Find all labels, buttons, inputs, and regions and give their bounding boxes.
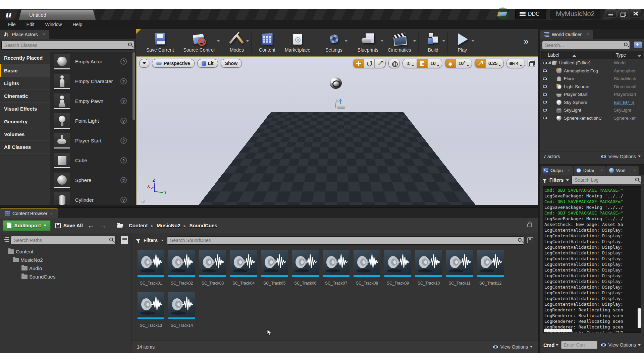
menu-item[interactable]: Window xyxy=(41,21,67,28)
search-classes-input[interactable] xyxy=(2,41,134,49)
asset-tile[interactable]: SC_Track12 xyxy=(477,250,504,286)
menu-item[interactable]: File xyxy=(3,21,20,28)
add-import-button[interactable]: Add/Import xyxy=(3,220,51,231)
folder-row[interactable]: SoundCues xyxy=(0,273,131,281)
folder-row[interactable]: MusicNo2 xyxy=(0,256,131,264)
panel-tab[interactable]: Outpu ✕ xyxy=(541,166,573,175)
tab-content-browser[interactable]: Content Browser ✕ xyxy=(0,208,58,218)
tab-place-actors[interactable]: Place Actors ✕ xyxy=(0,30,49,39)
expand-arrow-icon[interactable] xyxy=(548,61,552,65)
asset-tile[interactable]: SC_Track13 xyxy=(138,292,164,328)
cmd-dropdown[interactable]: Cmd xyxy=(543,342,558,348)
asset-tile[interactable]: SC_Track04 xyxy=(230,250,257,286)
asset-tile[interactable]: SC_Track03 xyxy=(199,250,226,286)
folder-row[interactable]: Content xyxy=(0,247,131,256)
scale-tool-button[interactable] xyxy=(375,59,385,68)
placeable-actor-row[interactable]: Empty Character ? xyxy=(50,71,136,91)
viewport-reflection-sphere[interactable] xyxy=(330,77,342,89)
close-tab-icon[interactable]: ✕ xyxy=(50,212,53,216)
close-tab-icon[interactable]: ✕ xyxy=(586,32,589,37)
toolbar-button[interactable]: Source Control xyxy=(178,31,219,54)
category-item[interactable]: All Classes xyxy=(0,141,50,154)
toolbar-overflow-button[interactable]: » xyxy=(524,36,529,47)
visibility-eye-icon[interactable] xyxy=(542,69,547,73)
outliner-row[interactable]: Atmospheric Fog Atmospher xyxy=(541,67,643,75)
scale-snap-toggle[interactable] xyxy=(475,59,486,68)
outliner-search-input[interactable] xyxy=(542,41,630,49)
toolbar-button[interactable]: Blueprints xyxy=(353,31,383,54)
asset-tile[interactable]: SC_Track08 xyxy=(354,250,380,286)
asset-tile[interactable]: SC_Track09 xyxy=(384,250,411,286)
breadcrumb-item[interactable]: Content xyxy=(129,223,153,228)
toolbar-button[interactable]: Content xyxy=(254,31,280,54)
category-item[interactable]: Cinematic xyxy=(0,90,50,103)
asset-tile[interactable]: SC_Track06 xyxy=(292,250,319,286)
close-tab-icon[interactable]: ✕ xyxy=(633,169,636,172)
placeable-actor-row[interactable]: Empty Pawn ? xyxy=(50,91,136,111)
toolbar-button[interactable]: Settings xyxy=(321,31,347,54)
help-icon[interactable]: ? xyxy=(120,58,127,65)
search-assets-input[interactable] xyxy=(167,237,524,244)
outliner-row[interactable]: Untitled (Editor) World xyxy=(541,59,643,67)
rotate-tool-button[interactable] xyxy=(364,59,375,68)
help-icon[interactable]: ? xyxy=(120,118,127,124)
visibility-eye-icon[interactable] xyxy=(542,77,547,80)
placeable-actor-row[interactable]: Sphere ? xyxy=(50,170,136,190)
category-item[interactable]: Volumes xyxy=(0,128,50,141)
placeable-actor-row[interactable]: Cylinder ? xyxy=(50,190,136,205)
placeable-actor-row[interactable]: Cube ? xyxy=(50,150,136,170)
help-icon[interactable]: ? xyxy=(120,137,127,144)
filters-button[interactable]: Filters xyxy=(144,238,158,243)
visibility-eye-icon[interactable] xyxy=(542,116,547,120)
forward-button[interactable]: → xyxy=(100,222,107,229)
restore-button[interactable] xyxy=(618,9,629,17)
sources-toggle-icon[interactable] xyxy=(3,237,9,242)
toolbar-button[interactable]: Marketplace xyxy=(280,31,315,54)
world-space-button[interactable] xyxy=(389,59,399,68)
rotation-snap-toggle[interactable] xyxy=(445,59,456,68)
placeable-actor-row[interactable]: Player Start ? xyxy=(50,131,136,150)
panel-tab[interactable]: Detai ✕ xyxy=(574,166,606,175)
new-folder-button[interactable] xyxy=(634,42,642,48)
category-item[interactable]: Visual Effects xyxy=(0,103,50,115)
close-button[interactable] xyxy=(630,9,641,17)
category-item[interactable]: Basic xyxy=(0,64,50,77)
asset-tile[interactable]: SC_Track02 xyxy=(168,250,195,286)
save-all-button[interactable]: Save All xyxy=(55,223,83,228)
column-label[interactable]: Label xyxy=(542,52,613,58)
help-icon[interactable]: ? xyxy=(120,157,127,164)
camera-speed-button[interactable]: 4 xyxy=(507,59,525,68)
asset-tile[interactable]: SC_Track01 xyxy=(138,250,164,286)
visibility-eye-icon[interactable] xyxy=(542,61,547,65)
help-icon[interactable]: ? xyxy=(120,98,127,104)
grid-snap-toggle[interactable] xyxy=(417,59,428,68)
tutorial-icon[interactable] xyxy=(496,7,510,21)
help-icon[interactable]: ? xyxy=(120,177,127,183)
level-tab[interactable]: Untitled xyxy=(19,9,96,20)
toolbar-button[interactable]: Modes xyxy=(225,31,249,54)
grid-snap-value[interactable]: 10 xyxy=(428,59,442,68)
lit-button[interactable]: Lit xyxy=(197,59,218,68)
outliner-row[interactable]: SphereReflectionC SphereRefl xyxy=(541,114,643,122)
outliner-row[interactable]: Sky Sphere Edit BP_S xyxy=(541,99,643,107)
show-button[interactable]: Show xyxy=(221,59,242,68)
maximize-viewport-button[interactable] xyxy=(528,60,535,67)
toolbar-button[interactable]: Save Current xyxy=(142,31,178,54)
asset-tile[interactable]: SC_Track07 xyxy=(323,250,350,286)
surface-snap-button[interactable] xyxy=(403,59,417,68)
asset-tile[interactable]: SC_Track11 xyxy=(446,250,473,286)
help-icon[interactable]: ? xyxy=(120,78,127,84)
close-tab-icon[interactable]: ✕ xyxy=(568,169,570,172)
toolbar-button[interactable]: Play xyxy=(450,31,474,54)
path-view-button[interactable] xyxy=(121,236,128,244)
folder-row[interactable]: Audio xyxy=(0,264,131,273)
outliner-row[interactable]: SkyLight SkyLight xyxy=(541,106,643,114)
menu-item[interactable]: Edit xyxy=(22,21,39,28)
breadcrumb-item[interactable]: SoundCues xyxy=(189,223,217,228)
log-view-options[interactable]: View Options xyxy=(601,342,641,348)
perspective-button[interactable]: Perspective xyxy=(152,59,195,68)
placeable-actor-row[interactable]: Point Light ? xyxy=(50,111,136,131)
category-item[interactable]: Geometry xyxy=(0,115,50,128)
outliner-row[interactable]: Floor StaticMesh xyxy=(541,75,643,83)
breadcrumb-item[interactable]: MusicNo2 xyxy=(157,223,186,228)
